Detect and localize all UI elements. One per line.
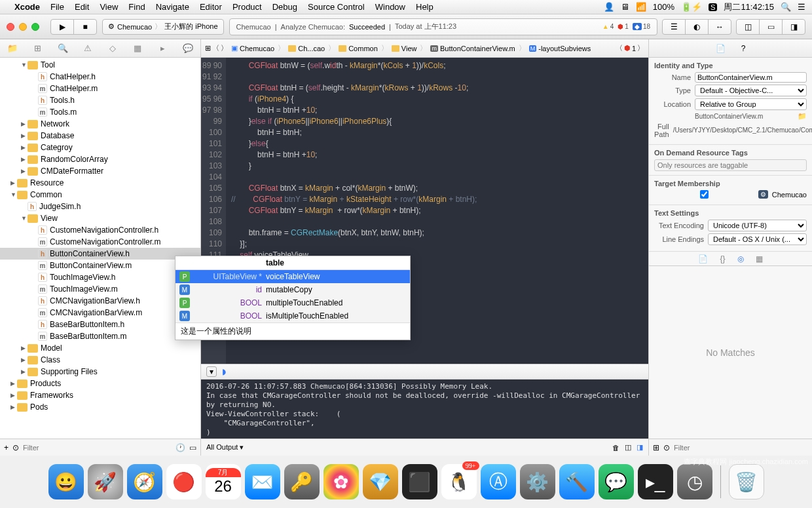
zoom-window-button[interactable]: [31, 23, 39, 31]
project-navigator-tab[interactable]: 📁: [6, 42, 19, 55]
terminal-app-icon[interactable]: ▸_: [638, 464, 673, 499]
autocomplete-option[interactable]: PUITableView *voiceTableView: [175, 270, 410, 283]
menubar-extra-icon[interactable]: 👤: [604, 2, 614, 12]
tree-item[interactable]: ▶Database: [0, 130, 200, 142]
recent-filter-icon[interactable]: 🕐: [175, 443, 185, 452]
library-code-snippets-icon[interactable]: {}: [720, 254, 725, 264]
toggle-debug-button[interactable]: ▭: [759, 19, 783, 35]
menu-file[interactable]: File: [50, 2, 64, 12]
tree-item[interactable]: ▼View: [0, 212, 200, 224]
launchpad-app-icon[interactable]: 🚀: [88, 464, 123, 499]
debug-navigator-tab[interactable]: ▦: [131, 42, 144, 55]
keychain-app-icon[interactable]: 🔑: [284, 464, 320, 499]
library-filter-input[interactable]: [674, 444, 808, 452]
trash-icon[interactable]: 🗑: [612, 444, 619, 452]
line-endings-select[interactable]: Default - OS X / Unix (...: [708, 233, 807, 245]
file-type-select[interactable]: Default - Objective-C...: [695, 85, 807, 96]
tree-item[interactable]: mCMCNavigationBarView.m: [0, 307, 200, 319]
wifi-icon[interactable]: 📶: [636, 2, 646, 12]
tree-item[interactable]: ▶CMDateFormatter: [0, 165, 200, 177]
console-output-selector[interactable]: All Output ▾: [206, 443, 244, 452]
project-tree[interactable]: ▼ToolhChatHelper.hmChatHelper.mhTools.hm…: [0, 58, 200, 439]
spotlight-icon[interactable]: 🔍: [781, 2, 791, 12]
safari-app-icon[interactable]: 🧭: [127, 464, 162, 499]
stop-button[interactable]: ■: [73, 19, 97, 35]
tree-item[interactable]: hButtonContainerView.h: [0, 248, 200, 260]
analyze-badge[interactable]: ◆18: [633, 23, 650, 30]
scm-filter-icon[interactable]: ▭: [189, 443, 196, 452]
version-editor-button[interactable]: ↔: [708, 19, 731, 35]
file-inspector-tab[interactable]: 📄: [716, 44, 726, 53]
back-button[interactable]: 〈: [212, 43, 219, 53]
wechat-app-icon[interactable]: 💬: [599, 464, 634, 499]
tree-item[interactable]: hCustomeNavigationController.h: [0, 224, 200, 236]
console-output[interactable]: 2016-07-26 11:07:57.883 Chemucao[864:313…: [201, 380, 648, 439]
help-inspector-tab[interactable]: ?: [741, 44, 746, 53]
input-method-icon[interactable]: S: [709, 3, 717, 11]
locate-icon[interactable]: 📁: [798, 112, 807, 121]
tree-item[interactable]: mTools.m: [0, 106, 200, 118]
menu-navigate[interactable]: Navigate: [156, 2, 189, 12]
qq-app-icon[interactable]: 🐧99+: [441, 464, 477, 499]
scheme-selector[interactable]: ⚙ Chemucao 〉 王小辉的 iPhone: [102, 19, 224, 35]
menu-help[interactable]: Help: [416, 2, 434, 12]
menu-product[interactable]: Product: [232, 2, 262, 12]
tree-item[interactable]: ▶Supporting Files: [0, 366, 200, 378]
tree-item[interactable]: hTools.h: [0, 94, 200, 106]
clock[interactable]: 周二11:42:15: [724, 1, 774, 13]
show-vars-icon[interactable]: ◫: [625, 443, 631, 452]
minimize-window-button[interactable]: [19, 23, 27, 31]
forward-button[interactable]: 〉: [221, 43, 228, 53]
tree-item[interactable]: mTouchImageView.m: [0, 283, 200, 295]
menu-view[interactable]: View: [100, 2, 118, 12]
report-navigator-tab[interactable]: 💬: [181, 42, 194, 55]
menu-find[interactable]: Find: [128, 2, 145, 12]
tree-item[interactable]: ▶Model: [0, 342, 200, 354]
chrome-app-icon[interactable]: 🔴: [166, 464, 202, 499]
menu-debug[interactable]: Debug: [272, 2, 297, 12]
navigator-filter-input[interactable]: [23, 444, 172, 452]
encoding-select[interactable]: Unicode (UTF-8): [708, 220, 807, 231]
breakpoint-toggle[interactable]: ◗: [222, 367, 226, 376]
autocomplete-option[interactable]: MidmutableCopy: [175, 283, 410, 296]
battery-icon[interactable]: 🔋⚡: [681, 2, 702, 12]
assistant-editor-button[interactable]: ◐: [685, 19, 709, 35]
tree-item[interactable]: hTouchImageView.h: [0, 271, 200, 283]
app-icon[interactable]: ⬛: [402, 464, 437, 499]
trash-app-icon[interactable]: 🗑️: [729, 464, 764, 499]
jump-bar[interactable]: ⊞ 〈 〉 ▣Chemucao〉 Ch...cao〉 Common〉 View〉…: [201, 39, 648, 58]
photos-app-icon[interactable]: ✿: [323, 464, 359, 499]
tree-item[interactable]: hJudgeSim.h: [0, 201, 200, 212]
xcode-app-icon[interactable]: 🔨: [559, 464, 595, 499]
symbol-navigator-tab[interactable]: ⊞: [31, 42, 44, 55]
toggle-inspector-button[interactable]: ◨: [782, 19, 805, 35]
mail-app-icon[interactable]: ✉️: [245, 464, 280, 499]
resource-tags-input[interactable]: [654, 159, 807, 171]
close-window-button[interactable]: [7, 23, 14, 31]
appstore-app-icon[interactable]: Ⓐ: [481, 464, 516, 499]
menu-edit[interactable]: Edit: [75, 2, 89, 12]
issue-navigator-tab[interactable]: ⚠: [81, 42, 94, 55]
menu-editor[interactable]: Editor: [200, 2, 222, 12]
menu-window[interactable]: Window: [375, 2, 405, 12]
error-badge[interactable]: ⬢1: [618, 23, 629, 30]
prev-issue-button[interactable]: 〈: [616, 43, 623, 53]
tree-item[interactable]: ▶Resource: [0, 177, 200, 189]
tree-item[interactable]: ▶Network: [0, 118, 200, 130]
tree-item[interactable]: ▶Class: [0, 354, 200, 366]
target-checkbox[interactable]: [654, 190, 754, 199]
finder-app-icon[interactable]: 😀: [48, 464, 84, 499]
tree-item[interactable]: hChatHelper.h: [0, 71, 200, 83]
tree-item[interactable]: ▶Categroy: [0, 142, 200, 153]
issue-indicator[interactable]: ⬢: [624, 44, 631, 52]
tree-item[interactable]: ▶RandomColorArray: [0, 153, 200, 165]
calendar-app-icon[interactable]: 7月26: [206, 464, 241, 499]
tree-item[interactable]: ▶Products: [0, 378, 200, 389]
tree-item[interactable]: hBaseBarButtonItem.h: [0, 319, 200, 330]
location-select[interactable]: Relative to Group: [695, 98, 807, 110]
related-items-icon[interactable]: ⊞: [205, 44, 211, 52]
show-console-icon[interactable]: ◨: [637, 443, 643, 452]
tree-item[interactable]: ▶Frameworks: [0, 389, 200, 401]
tree-item[interactable]: ▼Tool: [0, 59, 200, 71]
tree-item[interactable]: mBaseBarButtonItem.m: [0, 330, 200, 342]
